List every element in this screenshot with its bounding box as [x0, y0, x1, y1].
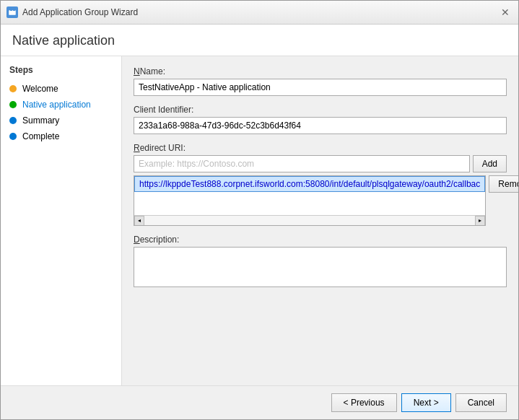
scroll-right-arrow[interactable]: ▸ [475, 216, 485, 226]
title-bar-left: Add Application Group Wizard [6, 6, 138, 18]
wizard-window: Add Application Group Wizard ✕ Native ap… [0, 0, 519, 420]
title-bar: Add Application Group Wizard ✕ [1, 1, 518, 25]
window-title: Add Application Group Wizard [22, 7, 138, 17]
footer: < Previous Next > Cancel [1, 385, 518, 419]
close-button[interactable]: ✕ [498, 5, 513, 19]
scrollbar: ◂ ▸ [134, 215, 485, 225]
main-panel: NName: Client Identifier: RRedirect URI:… [122, 56, 518, 385]
sidebar: Steps Welcome Native application Summary… [1, 56, 122, 385]
add-redirect-button[interactable]: Add [473, 155, 507, 172]
sidebar-dot-native [9, 101, 17, 108]
client-id-input[interactable] [134, 117, 507, 134]
name-group: NName: [134, 66, 507, 96]
cancel-button[interactable]: Cancel [455, 393, 507, 412]
client-id-label: Client Identifier: [134, 105, 507, 115]
name-input[interactable] [134, 79, 507, 96]
name-label: NName: [134, 66, 507, 76]
sidebar-label-welcome: Welcome [22, 84, 58, 94]
previous-button[interactable]: < Previous [331, 393, 397, 412]
redirect-input-row: Add [134, 155, 507, 172]
client-id-group: Client Identifier: [134, 105, 507, 134]
sidebar-item-welcome[interactable]: Welcome [1, 81, 121, 97]
sidebar-dot-summary [9, 117, 17, 124]
content-area: Steps Welcome Native application Summary… [1, 56, 518, 385]
description-input[interactable] [134, 247, 507, 287]
redirect-list-item[interactable]: https://lkppdeTest888.corpnet.ifsworld.c… [134, 176, 485, 192]
svg-rect-1 [10, 9, 12, 11]
svg-rect-0 [9, 10, 16, 15]
redirect-list-container[interactable]: https://lkppdeTest888.corpnet.ifsworld.c… [134, 175, 486, 226]
next-button[interactable]: Next > [401, 393, 451, 412]
page-title: Native application [1, 25, 518, 56]
scroll-left-arrow[interactable]: ◂ [134, 216, 144, 226]
sidebar-label-summary: Summary [22, 115, 59, 126]
redirect-list-row: https://lkppdeTest888.corpnet.ifsworld.c… [134, 175, 507, 226]
wizard-icon [6, 6, 18, 18]
sidebar-item-summary[interactable]: Summary [1, 113, 121, 128]
sidebar-item-complete[interactable]: Complete [1, 128, 121, 144]
description-group: Description: [134, 235, 507, 289]
description-label: Description: [134, 235, 507, 245]
sidebar-dot-welcome [9, 85, 17, 92]
scrollbar-track[interactable] [144, 216, 475, 225]
svg-rect-2 [13, 9, 15, 11]
redirect-uri-section: RRedirect URI:edirect URI: Add https://l… [134, 143, 507, 226]
sidebar-dot-complete [9, 133, 17, 140]
redirect-uri-label: RRedirect URI:edirect URI: [134, 143, 507, 153]
redirect-uri-input[interactable] [134, 155, 470, 172]
sidebar-label-complete: Complete [22, 131, 59, 141]
redirect-list-wrapper: https://lkppdeTest888.corpnet.ifsworld.c… [134, 175, 486, 226]
steps-heading: Steps [1, 65, 121, 81]
sidebar-item-native-application[interactable]: Native application [1, 97, 121, 113]
remove-redirect-button[interactable]: Remove [489, 175, 518, 193]
sidebar-label-native: Native application [22, 100, 91, 110]
